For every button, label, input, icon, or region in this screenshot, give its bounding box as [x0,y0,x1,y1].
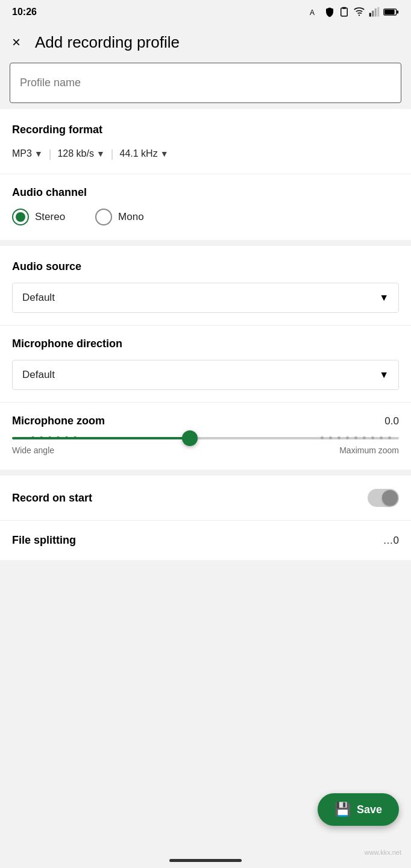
samplerate-arrow-icon: ▼ [160,149,169,159]
profile-name-section [10,63,401,103]
close-button[interactable]: × [10,33,23,52]
toggle-thumb [382,490,398,506]
clipboard-icon [339,7,350,17]
slider-min-label: Wide angle [12,445,54,455]
svg-point-3 [359,14,360,16]
notification-a-icon: A [310,7,321,17]
shield-icon [324,7,335,17]
mic-zoom-header: Microphone zoom 0.0 [12,415,399,427]
bitrate-value: 128 kb/s [57,148,93,159]
audio-source-value: Default [22,292,55,304]
stereo-option[interactable]: Stereo [12,209,65,225]
audio-source-dropdown[interactable]: Default ▼ [12,283,399,313]
save-button[interactable]: 💾 Save [318,793,399,826]
bitrate-arrow-icon: ▼ [96,149,105,159]
audio-source-arrow-icon: ▼ [379,292,389,303]
svg-rect-6 [375,8,377,17]
format-dropdown[interactable]: MP3 ▼ [12,146,43,162]
mono-option[interactable]: Mono [95,209,144,225]
status-icons: A [310,7,399,17]
svg-rect-4 [369,13,371,17]
watermark: www.kkx.net [365,849,401,856]
stereo-radio[interactable] [12,209,29,225]
svg-rect-2 [342,7,346,9]
mic-direction-arrow-icon: ▼ [379,370,389,380]
mic-direction-title: Microphone direction [12,338,399,350]
audio-channel-title: Audio channel [12,186,399,199]
svg-rect-5 [372,11,374,17]
file-splitting-label: File splitting [12,534,76,547]
samplerate-dropdown[interactable]: 44.1 kHz ▼ [119,146,168,162]
audio-channel-group: Stereo Mono [12,209,399,225]
record-on-start-toggle[interactable] [368,489,399,507]
svg-text:A: A [310,8,315,17]
svg-rect-7 [377,7,379,17]
divider-2: | [111,148,114,160]
page-title: Add recording profile [35,33,180,52]
mic-zoom-slider-container [12,437,399,439]
mono-label: Mono [118,211,144,223]
audio-source-card: Audio source Default ▼ Microphone direct… [0,246,411,470]
format-value: MP3 [12,148,32,159]
dropdowns-row: MP3 ▼ | 128 kb/s ▼ | 44.1 kHz ▼ [12,146,399,162]
status-bar: 10:26 A [0,0,411,24]
mic-zoom-title: Microphone zoom [12,415,105,427]
recording-format-title: Recording format [12,124,399,136]
mic-zoom-value: 0.0 [384,415,399,427]
bitrate-dropdown[interactable]: 128 kb/s ▼ [57,146,104,162]
slider-max-label: Maximum zoom [339,445,399,455]
bottom-nav-bar [169,859,242,862]
mic-direction-value: Default [22,369,55,381]
file-splitting-value: …0 [383,535,399,547]
svg-rect-9 [384,10,394,14]
battery-icon [383,7,399,17]
status-time: 10:26 [12,7,37,17]
divider-1: | [49,148,52,160]
mic-direction-dropdown[interactable]: Default ▼ [12,360,399,390]
format-arrow-icon: ▼ [34,149,43,159]
wifi-icon [353,7,365,17]
save-icon: 💾 [334,802,351,817]
mono-radio[interactable] [95,209,112,225]
profile-name-input[interactable] [10,63,401,102]
audio-source-title: Audio source [12,260,399,273]
save-label: Save [357,804,382,816]
stereo-label: Stereo [35,211,65,223]
file-splitting-row: File splitting …0 [0,520,411,560]
record-on-start-label: Record on start [12,492,92,505]
record-on-start-row: Record on start [0,476,411,520]
recording-format-card: Recording format MP3 ▼ | 128 kb/s ▼ | 44… [0,109,411,240]
samplerate-value: 44.1 kHz [119,148,157,159]
svg-rect-10 [397,10,399,13]
signal-icon [369,7,380,17]
svg-rect-1 [341,8,348,16]
slider-labels: Wide angle Maximum zoom [12,445,399,455]
page-header: × Add recording profile [0,24,411,63]
